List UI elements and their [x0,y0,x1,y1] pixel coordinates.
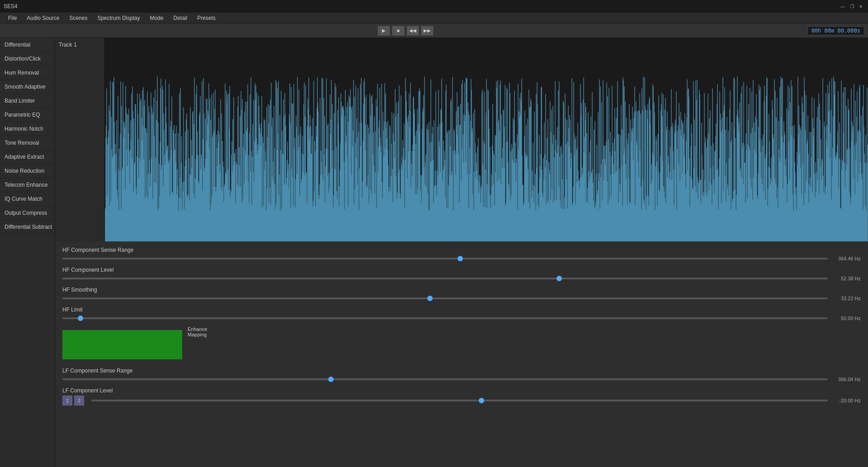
lf-sense-range-control: LF Component Sense Range 366.04 Hz [62,368,861,383]
window-controls: — ❐ ✕ [839,3,864,10]
menu-item-spectrum-display[interactable]: Spectrum Display [93,14,144,22]
menu-item-mode[interactable]: Mode [145,14,168,22]
sidebar-item-distortion-click[interactable]: Distortion/Click [0,52,55,66]
hf-smoothing-control: HF Smoothing 33.22 Hz [62,287,861,302]
lf-sense-range-slider-container [62,376,828,383]
lf-sense-range-slider-row: 366.04 Hz [62,376,861,383]
menu-item-file[interactable]: File [4,14,21,22]
lf-level-buttons: 1 2 [62,396,84,406]
hf-limit-label: HF Limit [62,307,861,313]
lf-sense-range-slider[interactable] [62,378,828,380]
transport-controls: ▶ ■ ◀◀ ▶▶ [377,26,434,36]
hf-limit-value: 50.00 Hz [831,316,861,321]
maximize-button[interactable]: ❐ [848,3,855,10]
content-area: Track 1 Open File Track 2 Open File [55,38,868,467]
sidebar-item-hum-removal[interactable]: Hum Removal [0,66,55,80]
hf-smoothing-slider[interactable] [62,297,828,299]
enhance-mapping-row: EnhanceMapping [62,326,861,363]
track1-name: Track 1 [59,42,77,48]
hf-sense-range-slider-row: 364.46 Hz [62,255,861,262]
hf-sense-range-value: 364.46 Hz [831,256,861,261]
hf-limit-slider[interactable] [62,317,828,319]
track1-waveform [105,38,868,241]
lf-level-btn-2[interactable]: 2 [74,396,84,406]
hf-level-slider-container [62,275,828,282]
app-title: SES4 [4,3,18,9]
sidebar-item-band-limiter[interactable]: Band Limiter [0,94,55,108]
sidebar-item-differential[interactable]: Differential [0,38,55,52]
sidebar: DifferentialDistortion/ClickHum RemovalS… [0,38,55,467]
titlebar: SES4 — ❐ ✕ [0,0,868,13]
hf-smoothing-label: HF Smoothing [62,287,861,293]
minimize-button[interactable]: — [839,3,846,10]
menu-item-detail[interactable]: Detail [169,14,192,22]
play-button[interactable]: ▶ [377,26,390,36]
hf-level-value: 52.38 Hz [831,276,861,281]
lf-level-slider-container [91,397,828,404]
menu-item-presets[interactable]: Presets [193,14,220,22]
menu-item-scenes[interactable]: Scenes [65,14,92,22]
hf-limit-slider-container [62,315,828,322]
hf-level-control: HF Component Level 52.38 Hz [62,267,861,282]
hf-sense-range-control: HF Component Sense Range 364.46 Hz [62,247,861,262]
tracks-area: Track 1 Open File Track 2 Open File [55,38,868,241]
sidebar-item-output-compress[interactable]: Output Compress [0,206,55,220]
hf-limit-slider-row: 50.00 Hz [62,315,861,322]
menu-item-audio-source[interactable]: Audio Source [22,14,64,22]
main-area: DifferentialDistortion/ClickHum RemovalS… [0,38,868,467]
controls-panel: HF Component Sense Range 364.46 Hz HF Co… [55,241,868,467]
sidebar-item-parametric-eq[interactable]: Parametric EQ [0,108,55,122]
hf-smoothing-value: 33.22 Hz [831,296,861,301]
hf-level-slider[interactable] [62,278,828,279]
lf-level-btn-1[interactable]: 1 [62,396,72,406]
hf-sense-range-slider[interactable] [62,258,828,259]
sidebar-item-noise-reduction[interactable]: Noise Reduction [0,164,55,178]
lf-level-control: LF Component Level 1 2 -20.00 Hz [62,387,861,406]
sidebar-item-differential-subtract[interactable]: Differential Subtract [0,220,55,234]
transport-bar: ▶ ■ ◀◀ ▶▶ 00h 00m 00.000s [0,24,868,38]
hf-level-label: HF Component Level [62,267,861,273]
hf-smoothing-slider-row: 33.22 Hz [62,295,861,302]
stop-button[interactable]: ■ [392,26,405,36]
lf-level-slider-row: 1 2 -20.00 Hz [62,396,861,406]
lf-level-label: LF Component Level [62,387,861,394]
sidebar-item-telecom-enhance[interactable]: Telecom Enhance [0,178,55,192]
sidebar-item-smooth-adaptive[interactable]: Smooth Adaptive [0,80,55,94]
hf-level-slider-row: 52.38 Hz [62,275,861,282]
menubar: FileAudio SourceScenesSpectrum DisplayMo… [0,13,868,24]
hf-sense-range-slider-container [62,255,828,262]
hf-limit-control: HF Limit 50.00 Hz [62,307,861,322]
track-row-1: Track 1 Open File [55,38,868,241]
lf-sense-range-label: LF Component Sense Range [62,368,861,374]
lf-sense-range-value: 366.04 Hz [831,377,861,382]
track1-canvas [105,38,868,241]
lf-level-slider[interactable] [91,400,828,401]
lf-level-value: -20.00 Hz [831,398,861,403]
hf-sense-range-label: HF Component Sense Range [62,247,861,253]
sidebar-item-harmonic-notch[interactable]: Harmonic Notch [0,122,55,136]
close-button[interactable]: ✕ [857,3,864,10]
sidebar-item-tone-removal[interactable]: Tone Removal [0,136,55,150]
rewind-button[interactable]: ◀◀ [406,26,419,36]
sidebar-item-iq-curve-match[interactable]: IQ Curve Match [0,192,55,206]
track1-label: Track 1 Open File [55,38,105,241]
time-display: 00h 00m 00.000s [807,26,864,35]
hf-smoothing-slider-container [62,295,828,302]
fast-forward-button[interactable]: ▶▶ [421,26,434,36]
sidebar-item-adaptive-extract[interactable]: Adaptive Extract [0,150,55,164]
enhance-mapping-box [62,330,182,359]
enhance-mapping-label: EnhanceMapping [188,326,207,337]
